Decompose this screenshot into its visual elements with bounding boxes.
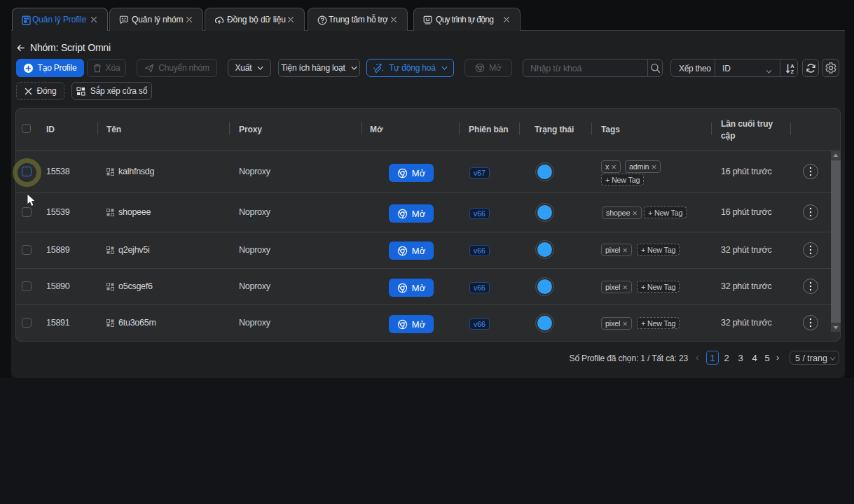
svg-text:Z: Z — [790, 69, 794, 74]
